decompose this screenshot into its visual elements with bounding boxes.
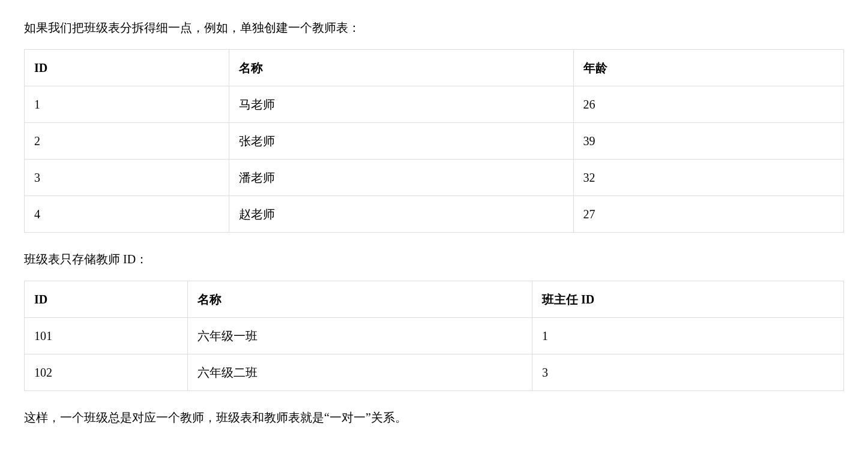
class-header-id: ID	[25, 281, 188, 318]
table-row: 101 六年级一班 1	[25, 318, 844, 354]
class-cell-name: 六年级一班	[187, 318, 532, 354]
teacher-cell-age: 27	[573, 196, 843, 233]
table-header-row: ID 名称 年龄	[25, 50, 844, 86]
teacher-cell-id: 3	[25, 160, 229, 196]
conclusion-paragraph: 这样，一个班级总是对应一个教师，班级表和教师表就是“一对一”关系。	[24, 408, 844, 427]
teacher-header-age: 年龄	[573, 50, 843, 86]
teacher-cell-id: 1	[25, 86, 229, 123]
class-cell-id: 102	[25, 354, 188, 391]
class-header-name: 名称	[187, 281, 532, 318]
teacher-cell-name: 张老师	[229, 123, 573, 160]
teacher-cell-age: 32	[573, 160, 843, 196]
class-cell-id: 101	[25, 318, 188, 354]
teacher-header-id: ID	[25, 50, 229, 86]
table-row: 2 张老师 39	[25, 123, 844, 160]
teacher-cell-name: 赵老师	[229, 196, 573, 233]
teacher-cell-name: 潘老师	[229, 160, 573, 196]
class-cell-name: 六年级二班	[187, 354, 532, 391]
table-row: 102 六年级二班 3	[25, 354, 844, 391]
teacher-cell-id: 4	[25, 196, 229, 233]
intro-paragraph: 如果我们把班级表分拆得细一点，例如，单独创建一个教师表：	[24, 18, 844, 37]
middle-paragraph: 班级表只存储教师 ID：	[24, 249, 844, 269]
teacher-cell-age: 26	[573, 86, 843, 123]
teacher-header-name: 名称	[229, 50, 573, 86]
teacher-cell-id: 2	[25, 123, 229, 160]
table-row: 3 潘老师 32	[25, 160, 844, 196]
class-cell-teacher-id: 1	[532, 318, 844, 354]
class-cell-teacher-id: 3	[532, 354, 844, 391]
class-table: ID 名称 班主任 ID 101 六年级一班 1 102 六年级二班 3	[24, 281, 844, 391]
table-header-row: ID 名称 班主任 ID	[25, 281, 844, 318]
table-row: 4 赵老师 27	[25, 196, 844, 233]
teacher-cell-name: 马老师	[229, 86, 573, 123]
teacher-table: ID 名称 年龄 1 马老师 26 2 张老师 39 3 潘老师 32 4 赵老…	[24, 49, 844, 233]
table-row: 1 马老师 26	[25, 86, 844, 123]
class-header-teacher-id: 班主任 ID	[532, 281, 844, 318]
teacher-cell-age: 39	[573, 123, 843, 160]
